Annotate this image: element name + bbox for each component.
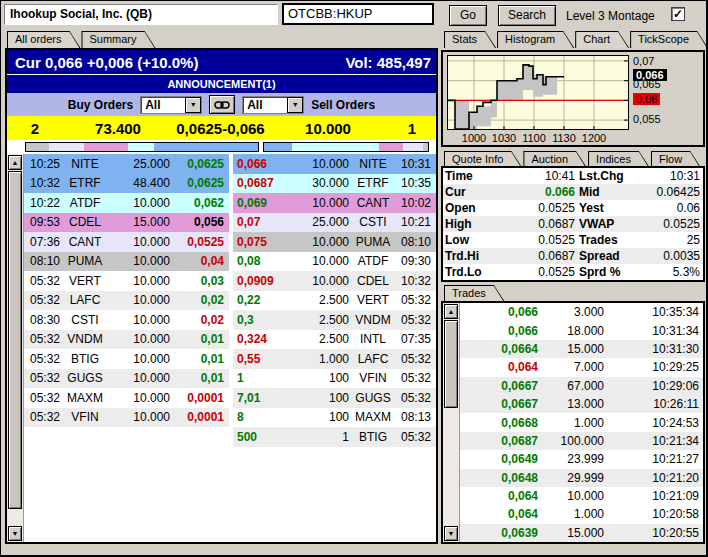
bid-row[interactable]: 08:30CSTI10.0000,02	[24, 310, 229, 330]
ask-row[interactable]: 0,222.500VERT05:32	[233, 291, 436, 311]
quote-value: 0.0687	[489, 249, 575, 263]
ladder-scrollbar-thumb[interactable]	[8, 171, 22, 509]
bid-row[interactable]: 10:32ETRF48.4000,0625	[24, 174, 229, 194]
bid-row[interactable]: 07:36CANT10.0000,0525	[24, 232, 229, 252]
ask-row[interactable]: 0,551.000LAFC05:32	[233, 349, 436, 369]
ask-price: 0,3	[233, 313, 297, 327]
bid-row[interactable]: 10:22ATDF10.0000,062	[24, 193, 229, 213]
bid-row[interactable]: 10:25NITE25.0000,0625	[24, 154, 229, 174]
trade-size: 1.000	[538, 416, 604, 430]
trades-scrollbar-thumb[interactable]	[444, 320, 458, 408]
trade-row[interactable]: 0,064923.99910:21:27	[460, 450, 703, 468]
tab-label: Indices	[588, 151, 650, 165]
bid-row[interactable]: 05:32VFIN10.0000,0001	[24, 408, 229, 428]
tab-trades[interactable]: Trades	[444, 285, 505, 302]
ask-row[interactable]: 0,3242.500INTL07:35	[233, 330, 436, 350]
trade-size: 100.000	[538, 434, 604, 448]
trade-row[interactable]: 0,0641.00010:20:58	[460, 505, 703, 523]
announcement-bar[interactable]: ANNOUNCEMENT(1)	[7, 74, 436, 93]
dropdown-arrow-icon[interactable]: ▼	[185, 97, 201, 113]
ask-row[interactable]: 0,06910.000CANT10:02	[233, 193, 436, 213]
tab-label: TickScope	[630, 31, 708, 45]
ask-market-maker: CANT	[349, 196, 397, 210]
price-chart[interactable]	[447, 55, 629, 130]
trade-row[interactable]: 0,0663.00010:35:34	[460, 303, 703, 321]
trade-row[interactable]: 0,066415.00010:31:30	[460, 340, 703, 358]
ask-price: 0,07	[233, 215, 297, 229]
bid-size: 10.000	[108, 235, 170, 249]
bid-price: 0,04	[170, 254, 229, 268]
symbol-input[interactable]: OTCBB:HKUP	[282, 3, 434, 25]
ask-row[interactable]: 0,0725.000CSTI10:21	[233, 213, 436, 233]
chart-x-tick: 1130	[552, 132, 576, 144]
scroll-up-icon[interactable]: ▲	[444, 304, 458, 319]
tab-tickscope[interactable]: TickScope	[630, 31, 708, 48]
level3-montage-checkbox[interactable]: ✓	[671, 7, 685, 21]
bid-size: 10.000	[108, 352, 170, 366]
bid-row[interactable]: 05:32MAXM10.0000,0001	[24, 388, 229, 408]
bid-row[interactable]: 05:32GUGS10.0000,01	[24, 369, 229, 389]
scroll-up-icon[interactable]: ▲	[8, 155, 22, 170]
ask-row[interactable]: 0,068730.000ETRF10:35	[233, 174, 436, 194]
trade-row[interactable]: 0,06410.00010:21:09	[460, 487, 703, 505]
ask-price: 0,08	[233, 254, 297, 268]
dropdown-arrow-icon[interactable]: ▼	[287, 97, 303, 113]
trade-row[interactable]: 0,06681.00010:24:53	[460, 413, 703, 431]
ask-row[interactable]: 1100VFIN05:32	[233, 369, 436, 389]
quote-row: High0.0687VWAP0.0525	[443, 216, 703, 232]
ask-time: 08:13	[397, 410, 436, 424]
tab-label: Auction	[523, 151, 587, 165]
trade-row[interactable]: 0,0687100.00010:21:34	[460, 432, 703, 450]
bid-row[interactable]: 05:32VERT10.0000,03	[24, 271, 229, 291]
ask-time: 10:35	[397, 176, 436, 190]
ask-size: 10.000	[297, 196, 349, 210]
ask-row[interactable]: 0,32.500VNDM05:32	[233, 310, 436, 330]
ask-size: 2.500	[297, 313, 349, 327]
tab-label: Quote Info	[444, 151, 522, 165]
ask-row[interactable]: 0,090910.000CDEL10:32	[233, 271, 436, 291]
quote-row: Trd.Hi0.0687Spread0.0035	[443, 248, 703, 264]
trade-row[interactable]: 0,064829.99910:21:20	[460, 469, 703, 487]
bid-time: 10:22	[24, 196, 62, 210]
tab-summary[interactable]: Summary	[81, 31, 155, 48]
ask-row[interactable]: 7,01100GUGS05:32	[233, 388, 436, 408]
trade-size: 15.000	[538, 526, 604, 540]
ask-row[interactable]: 0,06610.000NITE10:31	[233, 154, 436, 174]
bid-row[interactable]: 08:10PUMA10.0000,04	[24, 252, 229, 272]
ladder-scrollbar[interactable]: ▲ ▼	[7, 154, 24, 542]
link-filters-button[interactable]	[209, 95, 235, 114]
buy-orders-filter[interactable]: All ▼	[140, 96, 202, 114]
level3-montage-label: Level 3 Montage	[566, 9, 655, 23]
ask-row[interactable]: 5001BTIG05:32	[233, 427, 436, 447]
scroll-down-icon[interactable]: ▼	[8, 526, 22, 541]
bid-row[interactable]: 05:32BTIG10.0000,01	[24, 349, 229, 369]
quote-label: Yest	[575, 201, 641, 215]
scroll-down-icon[interactable]: ▼	[444, 526, 458, 541]
tab-all-orders[interactable]: All orders	[7, 31, 80, 48]
sell-orders-filter[interactable]: All ▼	[242, 96, 304, 114]
ask-size: 100	[297, 371, 349, 385]
trade-size: 15.000	[538, 342, 604, 356]
trade-row[interactable]: 0,06618.00010:31:34	[460, 321, 703, 339]
ask-row[interactable]: 0,0810.000ATDF09:30	[233, 252, 436, 272]
ask-size: 2.500	[297, 332, 349, 346]
go-button[interactable]: Go	[449, 5, 487, 26]
trade-row[interactable]: 0,0647.00010:29:25	[460, 358, 703, 376]
trades-scrollbar[interactable]: ▲ ▼	[443, 303, 460, 542]
trade-price: 0,0664	[460, 342, 538, 356]
tab-chart[interactable]: Chart	[575, 31, 629, 48]
chart-x-tick: 1100	[522, 132, 546, 144]
ask-row[interactable]: 8100MAXM08:13	[233, 408, 436, 428]
tab-histogram[interactable]: Histogram	[497, 31, 574, 48]
bid-row[interactable]: 05:32VNDM10.0000,01	[24, 330, 229, 350]
trade-time: 10:31:30	[604, 342, 703, 356]
trade-row[interactable]: 0,066713.00010:26:11	[460, 395, 703, 413]
tab-stats[interactable]: Stats	[444, 31, 496, 48]
search-button[interactable]: Search	[498, 5, 556, 26]
trade-row[interactable]: 0,063915.00010:20:55	[460, 524, 703, 542]
bid-row[interactable]: 09:53CDEL15.0000,056	[24, 213, 229, 233]
trade-row[interactable]: 0,066767.00010:29:06	[460, 377, 703, 395]
bid-row[interactable]: 05:32LAFC10.0000,02	[24, 291, 229, 311]
ask-row[interactable]: 0,07510.000PUMA08:10	[233, 232, 436, 252]
bid-market-maker: CSTI	[62, 313, 108, 327]
